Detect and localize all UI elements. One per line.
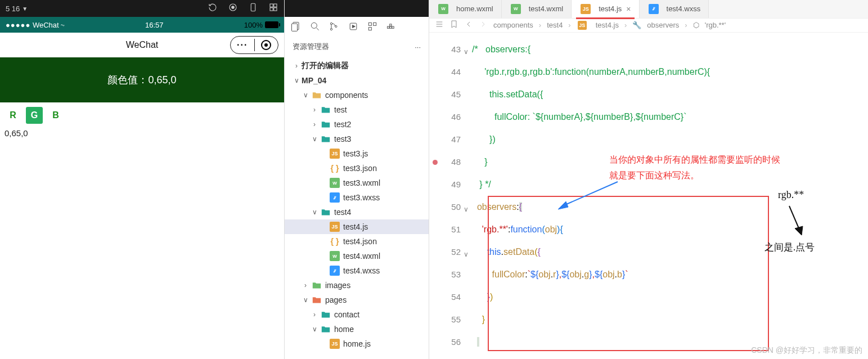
phone-nav-bar: WeChat ··· — [0, 33, 284, 57]
file-tree: ›打开的编辑器 ∨MP_04 ∨components ›test ›test2 … — [285, 56, 429, 353]
wrench-icon: 🔧 — [632, 21, 641, 29]
svg-rect-21 — [392, 26, 394, 28]
folder-test3[interactable]: ∨test3 — [285, 132, 429, 146]
rgb-buttons: R G B — [0, 102, 284, 128]
file-test3-js[interactable]: JStest3.js — [285, 146, 429, 161]
project-root[interactable]: ∨MP_04 — [285, 73, 429, 88]
editor-tabs: Whome.wxml Wtest4.wxml JStest4.js× ⫽test… — [429, 0, 868, 19]
blue-arrow-icon — [556, 179, 623, 213]
file-test4-js[interactable]: JStest4.js — [285, 219, 429, 234]
explorer-title: 资源管理器··· — [285, 37, 429, 56]
g-button[interactable]: G — [26, 107, 43, 124]
file-test3-json[interactable]: { }test3.json — [285, 161, 429, 176]
svg-point-1 — [232, 6, 235, 9]
list-icon[interactable] — [435, 20, 444, 30]
svg-marker-27 — [558, 201, 568, 209]
tab-home-wxml[interactable]: Whome.wxml — [429, 0, 502, 18]
svg-rect-3 — [270, 4, 273, 7]
svg-line-10 — [317, 28, 319, 30]
svg-rect-20 — [390, 26, 392, 28]
svg-marker-15 — [352, 25, 355, 28]
svg-line-26 — [563, 182, 618, 206]
annotation-line1: 当你的对象中所有的属性都需要监听的时候 — [609, 154, 780, 166]
file-test3-wxss[interactable]: ⫽test3.wxss — [285, 190, 429, 205]
svg-rect-22 — [390, 24, 392, 25]
mobile-icon[interactable] — [248, 2, 258, 15]
simulator-panel: 5 16▼ ●●●●● WeChat ⏦ 16:57 100% WeChat ·… — [0, 0, 284, 359]
code-editor[interactable]: 43∨ 44454647 48 49 50∨ 51 52∨ 53545556 /… — [429, 33, 868, 359]
svg-rect-5 — [270, 8, 273, 11]
svg-line-28 — [789, 206, 799, 230]
refresh-icon[interactable] — [208, 2, 218, 15]
svg-rect-8 — [292, 24, 298, 31]
tab-test4-wxss[interactable]: ⫽test4.wxss — [640, 0, 709, 18]
more-icon[interactable]: ··· — [415, 43, 421, 51]
forward-icon[interactable] — [479, 20, 488, 30]
svg-rect-16 — [368, 23, 371, 25]
page-title: WeChat — [126, 40, 159, 50]
svg-rect-2 — [251, 3, 255, 11]
bookmark-icon[interactable] — [449, 20, 458, 30]
svg-rect-18 — [368, 27, 371, 30]
record-icon[interactable] — [228, 2, 238, 15]
explorer-panel: 资源管理器··· ›打开的编辑器 ∨MP_04 ∨components ›tes… — [284, 0, 429, 359]
folder-test4[interactable]: ∨test4 — [285, 205, 429, 219]
file-test3-wxml[interactable]: Wtest3.wxml — [285, 176, 429, 190]
git-icon[interactable] — [329, 21, 340, 34]
file-test4-wxml[interactable]: Wtest4.wxml — [285, 249, 429, 263]
menu-icon[interactable]: ··· — [231, 40, 254, 50]
files-icon[interactable] — [290, 21, 302, 34]
docker-icon[interactable] — [386, 21, 397, 34]
tab-test4-wxml[interactable]: Wtest4.wxml — [502, 0, 572, 18]
black-arrow-icon — [785, 204, 807, 237]
close-icon[interactable] — [255, 40, 278, 50]
rgb-label: rgb.** — [778, 189, 804, 201]
svg-point-13 — [335, 25, 337, 27]
svg-marker-29 — [795, 226, 803, 235]
search-icon[interactable] — [309, 21, 321, 34]
b-button[interactable]: B — [47, 107, 64, 124]
simulator-toolbar: 5 16▼ — [0, 0, 284, 17]
debug-icon[interactable] — [348, 21, 359, 34]
color-display: 颜色值：0,65,0 — [0, 57, 284, 102]
editor-panel: Whome.wxml Wtest4.wxml JStest4.js× ⫽test… — [429, 0, 868, 359]
cube-icon: ⬡ — [693, 21, 699, 29]
windows-icon[interactable] — [268, 2, 278, 15]
open-editors-section[interactable]: ›打开的编辑器 — [285, 59, 429, 73]
svg-rect-4 — [274, 4, 277, 7]
file-test4-wxss[interactable]: ⫽test4.wxss — [285, 263, 429, 278]
watermark: CSDN @好好学习，非常重要的 — [751, 345, 862, 356]
extensions-icon[interactable] — [367, 21, 378, 34]
svg-point-9 — [311, 23, 317, 28]
svg-rect-17 — [374, 23, 376, 25]
folder-test2[interactable]: ›test2 — [285, 117, 429, 132]
svg-point-12 — [330, 28, 332, 30]
folder-components[interactable]: ∨components — [285, 88, 429, 102]
device-selector[interactable]: 5 16▼ — [6, 5, 28, 13]
phone-status-bar: ●●●●● WeChat ⏦ 16:57 100% — [0, 17, 284, 33]
svg-rect-19 — [388, 26, 389, 28]
capsule-menu[interactable]: ··· — [230, 36, 278, 54]
rgb-value-text: 0,65,0 — [0, 128, 284, 138]
folder-contact[interactable]: ›contact — [285, 307, 429, 322]
tab-test4-js[interactable]: JStest4.js× — [572, 0, 639, 18]
folder-images[interactable]: ›images — [285, 278, 429, 293]
file-home-js[interactable]: JShome.js — [285, 336, 429, 351]
line-gutter: 43∨ 44454647 48 49 50∨ 51 52∨ 53545556 — [429, 33, 466, 359]
file-test4-json[interactable]: { }test4.json — [285, 234, 429, 249]
folder-pages[interactable]: ∨pages — [285, 293, 429, 307]
back-icon[interactable] — [464, 20, 473, 30]
dot-label: 之间是.点号 — [764, 241, 815, 254]
svg-point-11 — [330, 23, 332, 24]
folder-home[interactable]: ∨home — [285, 322, 429, 336]
folder-test[interactable]: ›test — [285, 102, 429, 117]
breadcrumb: components› test4› JStest4.js› 🔧observer… — [429, 19, 868, 33]
r-button[interactable]: R — [5, 107, 21, 124]
code-body[interactable]: /* observers:{ 'rgb.r,rgb.g,rgb.b':funct… — [466, 33, 868, 359]
explorer-toolbar — [285, 17, 429, 37]
svg-rect-6 — [274, 8, 277, 11]
close-icon[interactable]: × — [626, 5, 631, 14]
